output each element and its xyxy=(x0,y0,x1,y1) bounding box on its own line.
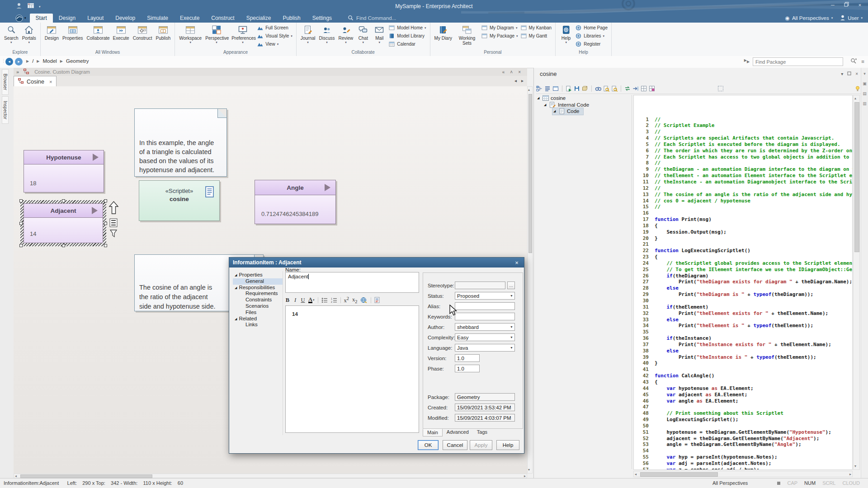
toolbar-icon[interactable] xyxy=(641,85,647,92)
note-element[interactable]: In this example, the angle of a triangle… xyxy=(134,108,227,177)
tree-item[interactable]: ◢ Internal Code xyxy=(543,102,593,108)
dropdown-arrow-icon[interactable]: ▼ xyxy=(510,346,513,349)
toolbar-icon[interactable] xyxy=(536,85,542,92)
forward-button[interactable]: ▸ xyxy=(15,58,23,66)
field-input[interactable]: ▼ xyxy=(455,313,515,320)
field-input[interactable]: 1.0 ▼ xyxy=(455,365,480,372)
format-icon[interactable]: A▾ xyxy=(308,297,315,303)
element-scriptlet[interactable]: «Scriptlet» cosine xyxy=(139,180,220,221)
ribbon-menu-item[interactable]: Home Page ▾ xyxy=(576,24,608,31)
ribbon-tab[interactable]: Layout xyxy=(81,14,109,23)
field-input[interactable]: 15/09/2021 3:53:42 PM ▼ xyxy=(455,404,515,411)
expand-icon[interactable]: ▶ xyxy=(747,60,750,64)
resize-handle[interactable] xyxy=(104,199,107,202)
breadcrumb-item[interactable]: Model xyxy=(43,58,57,64)
format-icon[interactable] xyxy=(360,297,368,303)
field-input[interactable]: shebbard ▼ xyxy=(455,323,515,331)
splitter[interactable] xyxy=(632,95,632,469)
help-button[interactable]: Help xyxy=(496,440,519,450)
format-icon[interactable]: B xyxy=(285,297,290,304)
dock-tab[interactable]: Browser xyxy=(2,69,9,95)
toolbar-icon[interactable] xyxy=(854,85,861,92)
ribbon-button[interactable]: Perspective ▾ xyxy=(203,23,230,45)
find-package-input[interactable] xyxy=(753,57,843,66)
dock-tab[interactable]: Inspector xyxy=(2,96,9,124)
panel-close-icon[interactable]: × xyxy=(855,71,858,76)
name-input[interactable]: Adjacent xyxy=(285,272,419,293)
toolbar-icon[interactable] xyxy=(566,85,572,92)
field-input[interactable]: Geometry ▼ xyxy=(455,393,515,401)
element-adjacent[interactable]: Adjacent 14 xyxy=(24,203,103,243)
minimize-button[interactable]: ─ xyxy=(829,2,836,8)
panel-restore-icon[interactable] xyxy=(847,71,851,76)
toolbar-icon[interactable] xyxy=(544,85,551,92)
app-logo[interactable]: ▾ xyxy=(0,14,30,23)
dropdown-arrow-icon[interactable]: ▼ xyxy=(510,294,513,297)
ribbon-button[interactable]: Review ▾ xyxy=(337,23,355,45)
expand-up-icon[interactable]: ˄ xyxy=(510,70,513,75)
selection-frame[interactable]: Adjacent 14 xyxy=(20,200,106,246)
editor-vertical-scrollbar[interactable]: ▴ ▾ xyxy=(853,95,860,470)
ribbon-button[interactable]: Help ▾ xyxy=(558,23,574,45)
ribbon-menu-item[interactable]: Model Home ▾ xyxy=(389,24,426,31)
toolbar-icon[interactable] xyxy=(582,85,588,92)
element-angle[interactable]: Angle 0.7124746245384189 xyxy=(255,180,336,224)
ribbon-menu-item[interactable]: Full Screen ▾ xyxy=(257,24,292,31)
resize-handle[interactable] xyxy=(19,222,23,225)
resize-handle[interactable] xyxy=(19,244,23,247)
ribbon-tab[interactable]: Settings xyxy=(307,14,338,23)
chevrons-icon[interactable]: » xyxy=(16,69,19,75)
dialog-tree-item[interactable]: General xyxy=(233,278,283,285)
resize-handle[interactable] xyxy=(62,199,65,202)
toolbar-icon[interactable] xyxy=(717,85,724,92)
ribbon-menu-item[interactable]: View ▾ xyxy=(257,41,292,47)
format-icon[interactable] xyxy=(321,297,328,303)
ribbon-menu-item[interactable]: My Diagram ▾ xyxy=(481,24,518,31)
ribbon-button[interactable]: My Diary ▾ xyxy=(433,23,454,47)
ribbon-tab[interactable]: Construct xyxy=(205,14,240,23)
dropdown-arrow-icon[interactable]: ▼ xyxy=(510,325,513,328)
ribbon-button[interactable]: Chat ▾ xyxy=(355,23,371,45)
toolbar-icon[interactable] xyxy=(591,85,592,92)
dialog-tree-item[interactable]: ◢ Properties xyxy=(233,272,283,278)
dialog-tree-item[interactable]: Requirements xyxy=(233,291,283,297)
close-tab-icon[interactable]: × xyxy=(49,79,52,84)
tab-scroll-right-icon[interactable]: ▸ xyxy=(521,78,524,83)
format-icon[interactable]: U xyxy=(301,297,305,304)
toolbar-icon[interactable] xyxy=(632,85,639,92)
close-icon[interactable]: × xyxy=(518,70,521,75)
ribbon-tab[interactable]: Publish xyxy=(277,14,306,23)
breadcrumb-item[interactable]: / xyxy=(32,58,33,64)
dock-panel-icon[interactable]: ▥ xyxy=(863,101,867,106)
ribbon-tab[interactable]: Design xyxy=(53,14,81,23)
ribbon-tab[interactable]: Develop xyxy=(109,14,141,23)
perspectives-menu[interactable]: ◉ All Perspectives ▾ xyxy=(785,15,833,21)
horizontal-scrollbar[interactable]: ◂ ▸ xyxy=(14,474,527,478)
browse-button[interactable]: … xyxy=(507,282,515,289)
resize-handle[interactable] xyxy=(104,222,107,225)
tree-item[interactable]: ◢ cosine xyxy=(536,95,569,102)
close-button[interactable]: × xyxy=(856,2,863,8)
field-input[interactable]: Java ▼ xyxy=(455,344,515,352)
ribbon-button[interactable]: Preferences ▾ xyxy=(230,23,256,45)
format-icon[interactable] xyxy=(340,297,341,303)
dialog-tree-item[interactable]: Links xyxy=(233,322,283,328)
dock-panel-icon[interactable]: ▣ xyxy=(863,81,867,86)
expander-icon[interactable]: ◢ xyxy=(553,109,557,113)
ribbon-menu-item[interactable]: My Kanban ▾ xyxy=(521,24,552,31)
ribbon-menu-item[interactable]: Model Library ▾ xyxy=(389,33,426,39)
ribbon-menu-item[interactable]: My Gantt ▾ xyxy=(521,33,552,39)
toolbar-icon[interactable] xyxy=(552,85,559,92)
editor-horizontal-scrollbar[interactable]: ◂ ▸ xyxy=(633,471,853,477)
code-editor[interactable]: 1//2// Scriptlet Example3//4// Scriptlet… xyxy=(633,95,853,470)
dialog-tab[interactable]: Tags xyxy=(473,429,491,436)
panel-dropdown-icon[interactable]: ▾ xyxy=(841,71,843,76)
ribbon-button[interactable]: Collaborate ▾ xyxy=(85,23,111,42)
toolbar-icon[interactable] xyxy=(562,85,562,92)
resize-handle[interactable] xyxy=(62,244,65,247)
format-icon[interactable]: I xyxy=(293,297,297,304)
dock-panel-icon[interactable]: ▤ xyxy=(863,91,867,96)
ribbon-button[interactable]: Properties ▾ xyxy=(61,23,85,42)
toolbar-icon[interactable] xyxy=(621,85,621,92)
ribbon-button[interactable]: Execute ▾ xyxy=(111,23,131,42)
